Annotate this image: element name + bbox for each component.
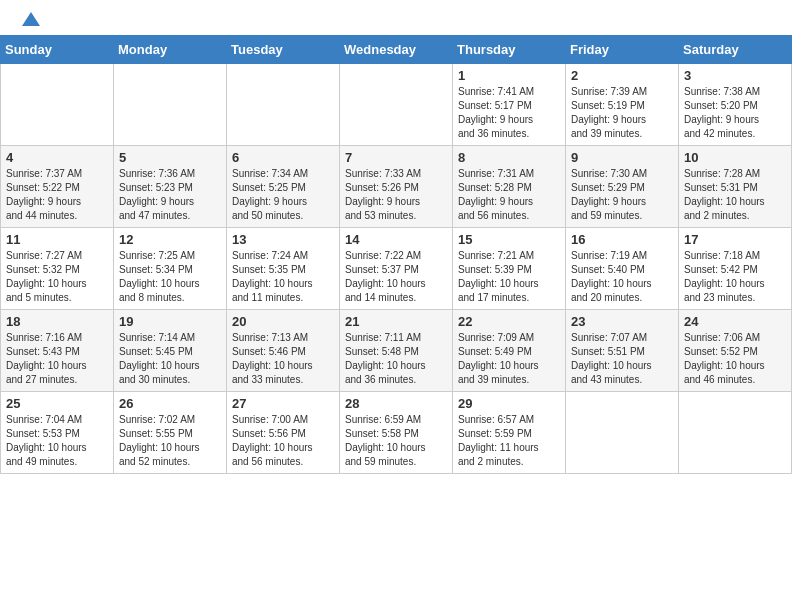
calendar-day-cell: 15Sunrise: 7:21 AMSunset: 5:39 PMDayligh…: [453, 228, 566, 310]
calendar-header-day: Thursday: [453, 36, 566, 64]
day-number: 2: [571, 68, 673, 83]
calendar-header-day: Sunday: [1, 36, 114, 64]
calendar-day-cell: 4Sunrise: 7:37 AMSunset: 5:22 PMDaylight…: [1, 146, 114, 228]
calendar-day-cell: 5Sunrise: 7:36 AMSunset: 5:23 PMDaylight…: [114, 146, 227, 228]
day-number: 25: [6, 396, 108, 411]
day-number: 29: [458, 396, 560, 411]
day-info: Sunrise: 7:00 AMSunset: 5:56 PMDaylight:…: [232, 413, 334, 469]
day-number: 22: [458, 314, 560, 329]
calendar-day-cell: 26Sunrise: 7:02 AMSunset: 5:55 PMDayligh…: [114, 392, 227, 474]
day-number: 12: [119, 232, 221, 247]
calendar-day-cell: 17Sunrise: 7:18 AMSunset: 5:42 PMDayligh…: [679, 228, 792, 310]
day-info: Sunrise: 7:11 AMSunset: 5:48 PMDaylight:…: [345, 331, 447, 387]
calendar-day-cell: 14Sunrise: 7:22 AMSunset: 5:37 PMDayligh…: [340, 228, 453, 310]
day-info: Sunrise: 7:22 AMSunset: 5:37 PMDaylight:…: [345, 249, 447, 305]
day-number: 7: [345, 150, 447, 165]
day-info: Sunrise: 7:37 AMSunset: 5:22 PMDaylight:…: [6, 167, 108, 223]
calendar-header-day: Wednesday: [340, 36, 453, 64]
day-info: Sunrise: 7:21 AMSunset: 5:39 PMDaylight:…: [458, 249, 560, 305]
day-number: 14: [345, 232, 447, 247]
calendar-day-cell: 29Sunrise: 6:57 AMSunset: 5:59 PMDayligh…: [453, 392, 566, 474]
calendar-day-cell: 8Sunrise: 7:31 AMSunset: 5:28 PMDaylight…: [453, 146, 566, 228]
day-info: Sunrise: 7:34 AMSunset: 5:25 PMDaylight:…: [232, 167, 334, 223]
day-number: 3: [684, 68, 786, 83]
day-info: Sunrise: 7:18 AMSunset: 5:42 PMDaylight:…: [684, 249, 786, 305]
day-number: 28: [345, 396, 447, 411]
calendar-day-cell: 1Sunrise: 7:41 AMSunset: 5:17 PMDaylight…: [453, 64, 566, 146]
calendar-day-cell: [566, 392, 679, 474]
calendar-week-row: 18Sunrise: 7:16 AMSunset: 5:43 PMDayligh…: [1, 310, 792, 392]
day-number: 26: [119, 396, 221, 411]
calendar-day-cell: 21Sunrise: 7:11 AMSunset: 5:48 PMDayligh…: [340, 310, 453, 392]
calendar-body: 1Sunrise: 7:41 AMSunset: 5:17 PMDaylight…: [1, 64, 792, 474]
day-info: Sunrise: 7:27 AMSunset: 5:32 PMDaylight:…: [6, 249, 108, 305]
calendar-day-cell: [227, 64, 340, 146]
day-number: 9: [571, 150, 673, 165]
day-info: Sunrise: 7:36 AMSunset: 5:23 PMDaylight:…: [119, 167, 221, 223]
day-number: 19: [119, 314, 221, 329]
calendar-header: SundayMondayTuesdayWednesdayThursdayFrid…: [1, 36, 792, 64]
day-number: 11: [6, 232, 108, 247]
logo: [20, 10, 40, 30]
day-number: 10: [684, 150, 786, 165]
calendar-table: SundayMondayTuesdayWednesdayThursdayFrid…: [0, 35, 792, 474]
day-number: 4: [6, 150, 108, 165]
day-info: Sunrise: 7:16 AMSunset: 5:43 PMDaylight:…: [6, 331, 108, 387]
day-info: Sunrise: 7:25 AMSunset: 5:34 PMDaylight:…: [119, 249, 221, 305]
calendar-week-row: 4Sunrise: 7:37 AMSunset: 5:22 PMDaylight…: [1, 146, 792, 228]
day-info: Sunrise: 7:30 AMSunset: 5:29 PMDaylight:…: [571, 167, 673, 223]
page-header: [0, 0, 792, 35]
calendar-header-day: Tuesday: [227, 36, 340, 64]
calendar-day-cell: 10Sunrise: 7:28 AMSunset: 5:31 PMDayligh…: [679, 146, 792, 228]
day-number: 16: [571, 232, 673, 247]
calendar-day-cell: 16Sunrise: 7:19 AMSunset: 5:40 PMDayligh…: [566, 228, 679, 310]
day-info: Sunrise: 7:33 AMSunset: 5:26 PMDaylight:…: [345, 167, 447, 223]
day-number: 20: [232, 314, 334, 329]
logo-bird-icon: [22, 10, 40, 28]
day-info: Sunrise: 7:13 AMSunset: 5:46 PMDaylight:…: [232, 331, 334, 387]
day-number: 1: [458, 68, 560, 83]
calendar-day-cell: 13Sunrise: 7:24 AMSunset: 5:35 PMDayligh…: [227, 228, 340, 310]
calendar-day-cell: [114, 64, 227, 146]
day-number: 27: [232, 396, 334, 411]
calendar-week-row: 1Sunrise: 7:41 AMSunset: 5:17 PMDaylight…: [1, 64, 792, 146]
calendar-day-cell: 27Sunrise: 7:00 AMSunset: 5:56 PMDayligh…: [227, 392, 340, 474]
day-info: Sunrise: 7:14 AMSunset: 5:45 PMDaylight:…: [119, 331, 221, 387]
day-info: Sunrise: 7:02 AMSunset: 5:55 PMDaylight:…: [119, 413, 221, 469]
calendar-day-cell: [340, 64, 453, 146]
day-info: Sunrise: 6:59 AMSunset: 5:58 PMDaylight:…: [345, 413, 447, 469]
calendar-day-cell: 2Sunrise: 7:39 AMSunset: 5:19 PMDaylight…: [566, 64, 679, 146]
calendar-day-cell: [1, 64, 114, 146]
calendar-day-cell: 7Sunrise: 7:33 AMSunset: 5:26 PMDaylight…: [340, 146, 453, 228]
calendar-day-cell: 20Sunrise: 7:13 AMSunset: 5:46 PMDayligh…: [227, 310, 340, 392]
calendar-day-cell: 9Sunrise: 7:30 AMSunset: 5:29 PMDaylight…: [566, 146, 679, 228]
calendar-day-cell: 23Sunrise: 7:07 AMSunset: 5:51 PMDayligh…: [566, 310, 679, 392]
calendar-day-cell: 6Sunrise: 7:34 AMSunset: 5:25 PMDaylight…: [227, 146, 340, 228]
calendar-header-day: Monday: [114, 36, 227, 64]
day-info: Sunrise: 7:19 AMSunset: 5:40 PMDaylight:…: [571, 249, 673, 305]
calendar-day-cell: 11Sunrise: 7:27 AMSunset: 5:32 PMDayligh…: [1, 228, 114, 310]
calendar-header-day: Saturday: [679, 36, 792, 64]
day-number: 17: [684, 232, 786, 247]
calendar-week-row: 11Sunrise: 7:27 AMSunset: 5:32 PMDayligh…: [1, 228, 792, 310]
calendar-week-row: 25Sunrise: 7:04 AMSunset: 5:53 PMDayligh…: [1, 392, 792, 474]
day-number: 21: [345, 314, 447, 329]
calendar-day-cell: 18Sunrise: 7:16 AMSunset: 5:43 PMDayligh…: [1, 310, 114, 392]
day-number: 15: [458, 232, 560, 247]
day-number: 23: [571, 314, 673, 329]
day-number: 5: [119, 150, 221, 165]
calendar-day-cell: 24Sunrise: 7:06 AMSunset: 5:52 PMDayligh…: [679, 310, 792, 392]
day-info: Sunrise: 7:06 AMSunset: 5:52 PMDaylight:…: [684, 331, 786, 387]
calendar-header-day: Friday: [566, 36, 679, 64]
day-info: Sunrise: 7:07 AMSunset: 5:51 PMDaylight:…: [571, 331, 673, 387]
day-info: Sunrise: 7:04 AMSunset: 5:53 PMDaylight:…: [6, 413, 108, 469]
day-number: 6: [232, 150, 334, 165]
day-info: Sunrise: 7:28 AMSunset: 5:31 PMDaylight:…: [684, 167, 786, 223]
day-number: 8: [458, 150, 560, 165]
day-info: Sunrise: 6:57 AMSunset: 5:59 PMDaylight:…: [458, 413, 560, 469]
day-info: Sunrise: 7:24 AMSunset: 5:35 PMDaylight:…: [232, 249, 334, 305]
day-info: Sunrise: 7:38 AMSunset: 5:20 PMDaylight:…: [684, 85, 786, 141]
day-number: 13: [232, 232, 334, 247]
day-number: 24: [684, 314, 786, 329]
day-info: Sunrise: 7:39 AMSunset: 5:19 PMDaylight:…: [571, 85, 673, 141]
